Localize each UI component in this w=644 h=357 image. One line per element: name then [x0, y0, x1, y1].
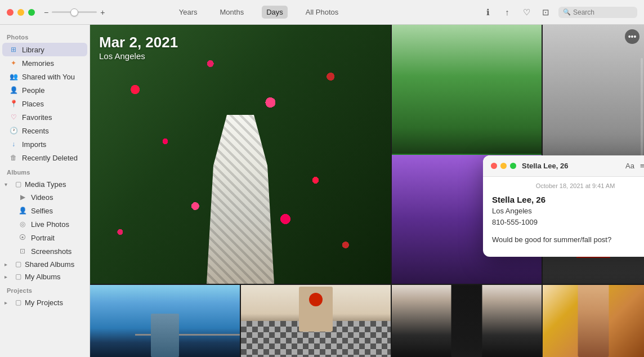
imports-icon: ↓: [9, 140, 18, 149]
sidebar-item-imports[interactable]: ↓ Imports: [2, 137, 87, 151]
note-body-location: Los Angeles: [492, 206, 644, 217]
selfies-icon: 👤: [18, 206, 27, 215]
photo-content: Mar 2, 2021 Los Angeles •••: [90, 25, 644, 357]
sidebar-item-label: Media Types: [25, 180, 66, 189]
tab-years[interactable]: Years: [175, 6, 202, 19]
more-button[interactable]: •••: [625, 29, 639, 44]
window-controls: [7, 9, 35, 16]
sidebar-item-library[interactable]: ⊞ Library: [2, 43, 87, 56]
sidebar-item-label: Favorites: [22, 113, 52, 122]
note-list-icon[interactable]: ≡: [640, 162, 644, 170]
sidebar-item-label: My Projects: [25, 298, 63, 307]
sidebar-item-portrait[interactable]: ⦿ Portrait: [2, 231, 87, 244]
heart-icon[interactable]: ♡: [520, 6, 533, 19]
sidebar-section-projects: Projects: [0, 283, 90, 296]
sidebar-item-label: Memories: [22, 59, 54, 68]
tab-days[interactable]: Days: [262, 6, 288, 19]
sidebar-item-selfies[interactable]: 👤 Selfies: [2, 204, 87, 217]
sidebar-item-recents[interactable]: 🕐 Recents: [2, 124, 87, 137]
search-box[interactable]: 🔍: [558, 7, 637, 18]
zoom-controls: − +: [44, 8, 105, 17]
photo-bottom-2[interactable]: [241, 285, 391, 357]
my-albums-icon: ▢: [14, 272, 23, 281]
sidebar-item-label: Shared Albums: [25, 260, 74, 269]
sidebar-item-screenshots[interactable]: ⊡ Screenshots: [2, 244, 87, 258]
sidebar-item-memories[interactable]: ✦ Memories: [2, 56, 87, 70]
main-area: Photos ⊞ Library ✦ Memories 👥 Shared wit…: [0, 25, 644, 357]
sidebar-item-my-albums[interactable]: ▸ ▢ My Albums: [0, 270, 90, 283]
my-projects-icon: ▢: [14, 298, 23, 307]
videos-icon: ▶: [18, 193, 27, 202]
recents-icon: 🕐: [9, 126, 18, 135]
tab-months[interactable]: Months: [216, 6, 249, 19]
photo-bottom-3[interactable]: [392, 285, 542, 357]
screenshots-icon: ⊡: [18, 247, 27, 256]
main-photo[interactable]: Mar 2, 2021 Los Angeles: [90, 25, 391, 284]
photo-bottom-4[interactable]: [543, 285, 644, 357]
chevron-right-icon: ▸: [5, 261, 11, 267]
sidebar-item-shared-albums[interactable]: ▸ ▢ Shared Albums: [0, 258, 90, 270]
maximize-button[interactable]: [28, 9, 35, 16]
zoom-in-button[interactable]: +: [100, 8, 105, 17]
sidebar-item-label: Videos: [31, 193, 53, 202]
memories-icon: ✦: [9, 59, 18, 68]
recently-deleted-icon: 🗑: [9, 153, 18, 162]
zoom-slider-thumb[interactable]: [70, 8, 78, 16]
info-icon[interactable]: ℹ: [482, 6, 494, 19]
note-timestamp: October 18, 2021 at 9:41 AM: [483, 177, 644, 193]
photo-location-text: Los Angeles: [99, 51, 178, 61]
note-toolbar-icons: Aa ≡ >>: [625, 161, 644, 171]
chevron-right-icon-3: ▸: [5, 300, 11, 306]
note-body-phone: 810-555-1009: [492, 217, 644, 228]
sidebar-item-media-types[interactable]: ▾ ▢ Media Types: [0, 178, 90, 190]
chevron-down-icon: ▾: [5, 181, 11, 188]
shared-with-you-icon: 👥: [9, 72, 18, 81]
live-photos-icon: ◎: [18, 220, 27, 229]
minimize-button[interactable]: [17, 9, 24, 16]
sidebar-item-videos[interactable]: ▶ Videos: [2, 190, 87, 204]
red-hat: [309, 293, 323, 306]
close-button[interactable]: [7, 9, 14, 16]
search-input[interactable]: [573, 8, 633, 16]
note-popup: Stella Lee, 26 Aa ≡ >> October 18, 2021 …: [483, 155, 644, 257]
toolbar-right: ℹ ↑ ♡ ⊡ 🔍: [482, 6, 637, 19]
note-maximize-button[interactable]: [510, 163, 516, 169]
bridge-pole: [151, 314, 179, 357]
tab-all-photos[interactable]: All Photos: [301, 6, 343, 19]
note-close-button[interactable]: [491, 163, 497, 169]
note-title: Stella Lee, 26: [522, 162, 625, 170]
sidebar-item-label: Shared with You: [22, 73, 75, 81]
photo-bottom-1[interactable]: [90, 285, 240, 357]
photo-date-overlay: Mar 2, 2021 Los Angeles: [99, 34, 178, 61]
photo-nature: [392, 25, 542, 154]
sidebar-item-favorites[interactable]: ♡ Favorites: [2, 110, 87, 124]
photo-date-text: Mar 2, 2021: [99, 34, 178, 51]
sidebar-item-label: My Albums: [25, 273, 61, 281]
warm-figure: [578, 285, 609, 357]
sidebar-item-live-photos[interactable]: ◎ Live Photos: [2, 217, 87, 231]
note-body[interactable]: Stella Lee, 26 Los Angeles 810-555-1009 …: [483, 193, 644, 257]
share-icon[interactable]: ↑: [501, 6, 513, 19]
note-window-controls: [491, 163, 516, 169]
sidebar-item-label: Live Photos: [31, 220, 69, 229]
places-icon: 📍: [9, 99, 18, 108]
zoom-slider[interactable]: [52, 11, 97, 13]
sidebar-item-label: Screenshots: [31, 247, 71, 256]
sidebar-item-shared-with-you[interactable]: 👥 Shared with You: [2, 70, 87, 83]
note-font-icon[interactable]: Aa: [625, 162, 634, 170]
note-body-title: Stella Lee, 26: [492, 195, 644, 204]
sidebar-item-recently-deleted[interactable]: 🗑 Recently Deleted: [2, 151, 87, 164]
sidebar-item-label: Library: [22, 46, 44, 54]
sidebar-item-my-projects[interactable]: ▸ ▢ My Projects: [0, 296, 90, 309]
chevron-right-icon-2: ▸: [5, 274, 11, 280]
scroll-indicator[interactable]: [641, 58, 643, 158]
note-minimize-button[interactable]: [500, 163, 507, 169]
crop-icon[interactable]: ⊡: [539, 6, 552, 19]
zoom-out-button[interactable]: −: [44, 8, 48, 17]
sidebar-section-photos: Photos: [0, 29, 90, 43]
sidebar-item-places[interactable]: 📍 Places: [2, 97, 87, 110]
note-body-note: Would be good for summer/fall post?: [492, 234, 644, 246]
sidebar-item-label: Places: [22, 100, 44, 108]
sidebar: Photos ⊞ Library ✦ Memories 👥 Shared wit…: [0, 25, 90, 357]
sidebar-item-people[interactable]: 👤 People: [2, 83, 87, 97]
